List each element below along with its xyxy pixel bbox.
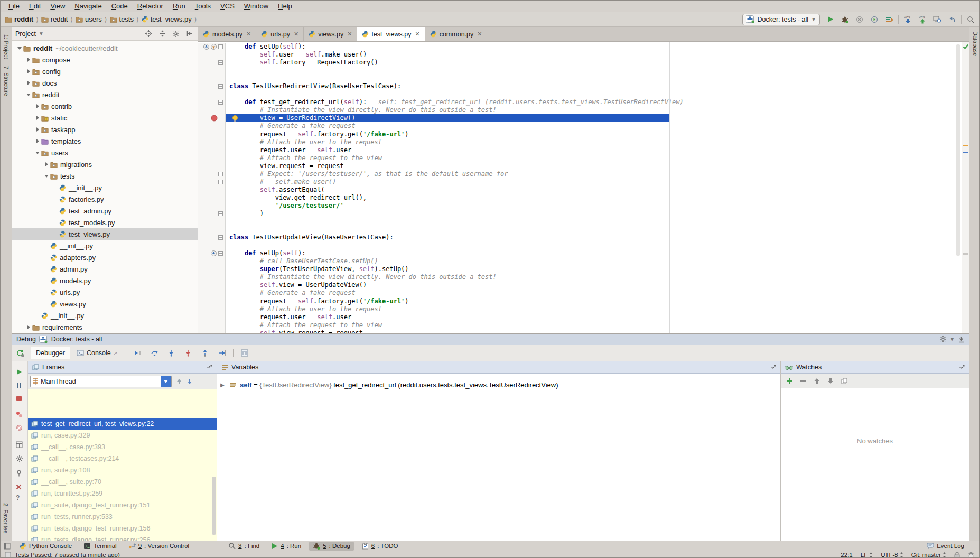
menu-help[interactable]: Help	[273, 2, 297, 10]
code-line[interactable]: # Generate a fake request	[198, 122, 962, 130]
vcs-commit-button[interactable]: VCS	[917, 14, 928, 25]
breakpoint-icon[interactable]	[211, 115, 218, 122]
thread-selector[interactable]: MainThread	[30, 376, 172, 387]
tree-item-docs[interactable]: docs	[12, 77, 198, 89]
pin-button[interactable]	[16, 470, 22, 477]
code-line[interactable]: '/users/testuser/'	[198, 202, 962, 210]
tree-item-test-views-py[interactable]: test_views.py	[12, 228, 198, 240]
breadcrumb-item[interactable]: test_views.py	[142, 15, 192, 23]
code-line[interactable]: view.request = request	[198, 162, 962, 170]
gutter[interactable]	[198, 154, 226, 162]
thread-dropdown-button[interactable]	[161, 376, 171, 387]
inspections-ok-icon[interactable]	[963, 43, 969, 50]
profiler-button[interactable]	[869, 14, 880, 25]
tree-item-test-admin-py[interactable]: test_admin.py	[12, 205, 198, 217]
menu-edit[interactable]: Edit	[24, 2, 45, 10]
gutter[interactable]	[198, 297, 226, 305]
gutter[interactable]	[198, 114, 226, 122]
code-line[interactable]: # Attach the user to the request	[198, 305, 962, 313]
tree-closed-arrow-icon[interactable]	[33, 127, 41, 132]
editor-scrollbar[interactable]	[956, 44, 960, 256]
coverage-button[interactable]	[854, 14, 865, 25]
frame-row[interactable]: run, tcunittest.py:259	[28, 488, 217, 499]
gutter[interactable]	[198, 43, 226, 51]
gear-button[interactable]	[171, 28, 181, 40]
frame-row[interactable]: test_get_redirect_url, test_views.py:22	[28, 418, 217, 430]
gutter[interactable]	[198, 218, 226, 226]
tab-common-py[interactable]: common.py✕	[425, 27, 488, 41]
undo-button[interactable]	[946, 14, 958, 25]
menu-vcs[interactable]: VCS	[216, 2, 239, 10]
tree-item-static[interactable]: static	[12, 112, 198, 124]
hide-left-button[interactable]	[185, 28, 194, 40]
toolwindow-button-event-log[interactable]: Event Log	[923, 542, 968, 551]
lock-icon[interactable]	[954, 552, 960, 558]
stripe-mark-orange[interactable]	[963, 145, 968, 146]
gutter[interactable]	[198, 186, 226, 194]
code-line[interactable]: self.view = UserUpdateView()	[198, 281, 962, 289]
code-line[interactable]	[198, 75, 962, 82]
status-message-area[interactable]: Tests Passed: 7 passed (a minute ago)	[5, 552, 120, 558]
gutter[interactable]	[198, 138, 226, 146]
collapse-button[interactable]	[157, 28, 167, 40]
fold-marker-icon[interactable]	[218, 172, 223, 176]
debug-tab-console[interactable]: Console↗	[71, 347, 123, 359]
tree-open-arrow-icon[interactable]	[15, 45, 23, 51]
tree-item--init-py[interactable]: __init__.py	[12, 240, 198, 252]
code-line[interactable]: # Expect: '/users/testuser/', as that is…	[198, 170, 962, 178]
code-line[interactable]: def setUp(self):	[198, 43, 962, 51]
float-panel-icon[interactable]	[207, 365, 212, 370]
menu-code[interactable]: Code	[107, 2, 133, 10]
code-line[interactable]: self.view.request = request	[198, 329, 962, 333]
test-up-icon[interactable]	[211, 250, 217, 256]
breadcrumb-item[interactable]: reddit	[41, 15, 68, 23]
test-down-icon[interactable]	[211, 44, 217, 50]
close-button[interactable]	[16, 484, 22, 490]
float-panel-icon[interactable]	[770, 365, 776, 370]
gutter[interactable]	[198, 178, 226, 186]
frame-row[interactable]: __call__, suite.py:70	[28, 476, 217, 488]
tree-item-compose[interactable]: compose	[12, 54, 198, 66]
gutter[interactable]	[198, 194, 226, 202]
fold-marker-icon[interactable]	[218, 100, 223, 105]
gutter[interactable]	[198, 273, 226, 281]
gutter[interactable]	[198, 234, 226, 241]
toolwindow-button-python-console[interactable]: Python Console	[16, 542, 76, 551]
tree-closed-arrow-icon[interactable]	[24, 69, 32, 74]
fold-marker-icon[interactable]	[218, 44, 223, 49]
tree-item-taskapp[interactable]: taskapp	[12, 124, 198, 135]
fold-marker-icon[interactable]	[218, 84, 223, 89]
force-step-into-button[interactable]	[182, 347, 194, 359]
concurrency-button[interactable]	[883, 14, 895, 25]
move-up-watch-button[interactable]	[814, 378, 820, 384]
gutter[interactable]	[198, 67, 226, 75]
tree-closed-arrow-icon[interactable]	[33, 104, 41, 109]
gutter[interactable]	[198, 106, 226, 114]
code-line[interactable]: view.get_redirect_url(),	[198, 194, 962, 202]
expand-arrow-icon[interactable]: ▶	[220, 382, 227, 388]
status-lf[interactable]: LF	[861, 552, 873, 558]
frame-row[interactable]: run, case.py:329	[28, 430, 217, 441]
fold-marker-icon[interactable]	[218, 60, 223, 65]
frames-scrollbar[interactable]	[212, 477, 216, 535]
chevron-down-icon[interactable]: ▼	[39, 31, 44, 36]
fold-marker-icon[interactable]	[218, 251, 223, 256]
frame-row[interactable]: run_tests, runner.py:533	[28, 511, 217, 523]
menu-tools[interactable]: Tools	[190, 2, 216, 10]
menu-run[interactable]: Run	[168, 2, 190, 10]
tree-closed-arrow-icon[interactable]	[24, 57, 32, 62]
tree-closed-arrow-icon[interactable]	[24, 80, 32, 86]
locate-button[interactable]	[144, 28, 153, 40]
hector-icon[interactable]	[968, 552, 974, 558]
code-line[interactable]: request.user = self.user	[198, 146, 962, 154]
code-line[interactable]: # Instantiate the view directly. Never d…	[198, 106, 962, 114]
tree-item-test-models-py[interactable]: test_models.py	[12, 217, 198, 228]
hide-panel-icon[interactable]	[958, 336, 965, 343]
current-execution-line[interactable]: view = UserRedirectView()	[198, 114, 962, 122]
code-line[interactable]: # Instantiate the view directly. Never d…	[198, 273, 962, 281]
gutter[interactable]	[198, 202, 226, 210]
gutter[interactable]	[198, 170, 226, 178]
close-tab-icon[interactable]: ✕	[246, 31, 251, 38]
tree-item--init-py[interactable]: __init__.py	[12, 310, 198, 321]
test-up-icon[interactable]	[203, 44, 209, 50]
